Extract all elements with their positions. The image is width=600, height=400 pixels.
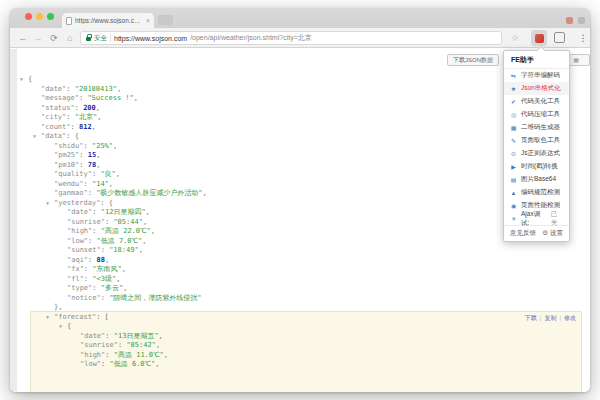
code-lint-icon: ▲ — [510, 190, 517, 196]
home-icon[interactable]: ⌂ — [63, 31, 77, 45]
forward-icon[interactable]: → — [31, 31, 45, 45]
menu-item-color-picker[interactable]: ✎页面取色工具 — [504, 134, 569, 147]
menu-item-status: 已关 — [551, 210, 563, 228]
json-line: "fx": "东南风", — [10, 265, 590, 275]
menu-item-qrcode-generator[interactable]: ▦二维码生成器 — [504, 121, 569, 134]
browser-window: https://www.sojson.com/open × ← → ⟳ ⌂ 安全… — [10, 8, 590, 392]
collapse-arrow-icon[interactable]: ▼ — [46, 313, 49, 323]
tab-strip: https://www.sojson.com/open × — [10, 8, 590, 28]
menu-item-ajax-debug[interactable]: ✳Ajax调试:已关 — [504, 212, 569, 225]
menu-item-label: Js正则表达式 — [521, 149, 560, 158]
json-line: "high": "高温 11.0℃", — [10, 351, 590, 361]
qrcode-generator-icon: ▦ — [510, 124, 517, 131]
string-codec-icon: ⇆ — [510, 72, 517, 79]
gear-icon: ⚙ — [542, 229, 548, 236]
close-window-button[interactable] — [25, 13, 32, 20]
js-regex-icon: ⊙ — [510, 150, 517, 157]
collapse-arrow-icon[interactable]: ▼ — [20, 75, 23, 85]
menu-item-image-base64[interactable]: ▤图片Base64 — [504, 173, 569, 186]
json-line: "notice": "阴晴之间，谨防紫外线侵扰" — [10, 294, 590, 304]
menu-item-timestamp-convert[interactable]: ▶时间(戳)转换 — [504, 160, 569, 173]
back-icon[interactable]: ← — [16, 31, 30, 45]
json-line: "sunset": "18:49", — [10, 246, 590, 256]
menu-item-label: Ajax调试: — [521, 210, 547, 228]
color-picker-icon: ✎ — [510, 137, 517, 144]
minimize-window-button[interactable] — [36, 13, 43, 20]
json-line: ▼{ — [10, 322, 590, 332]
zoom-window-button[interactable] — [47, 13, 54, 20]
url-host: https://www.sojson.com — [114, 35, 187, 42]
tabstrip-red-icon — [566, 17, 573, 24]
json-line: "sunrise": "05:42", — [10, 341, 590, 351]
tab-title: https://www.sojson.com/open — [75, 17, 143, 24]
bookmark-star-icon[interactable]: ☆ — [508, 31, 522, 45]
json-line: "date": "13日星期五", — [10, 332, 590, 342]
code-beautify-icon: ✔ — [510, 98, 517, 105]
security-label: 安全 — [94, 34, 107, 43]
menu-item-label: 图片Base64 — [521, 175, 556, 184]
fe-helper-popup: FE助手 ⇆字符串编解码★Json串格式化✔代码美化工具◎代码压缩工具▦二维码生… — [503, 50, 570, 242]
settings-link[interactable]: ⚙设置 — [542, 229, 563, 238]
json-line: }, — [10, 303, 590, 313]
tabstrip-gray-icon — [578, 17, 585, 24]
collapse-arrow-icon[interactable]: ▼ — [46, 199, 49, 209]
menu-item-string-codec[interactable]: ⇆字符串编解码 — [504, 69, 569, 82]
page-performance-icon: ◉ — [510, 202, 517, 209]
extension-icon[interactable] — [554, 32, 565, 43]
menu-item-code-lint[interactable]: ▲编码规范检测 — [504, 186, 569, 199]
json-line: "type": "多云", — [10, 284, 590, 294]
json-line: ▼"forecast": [ — [10, 313, 590, 323]
feedback-link[interactable]: 意见反馈 — [510, 229, 536, 238]
image-base64-icon: ▤ — [510, 176, 517, 183]
popup-title: FE助手 — [504, 51, 569, 69]
url-divider — [110, 34, 111, 42]
lock-icon — [86, 37, 91, 41]
json-line: "low": "低温 6.0℃", — [10, 360, 590, 370]
ajax-debug-icon: ✳ — [510, 215, 517, 222]
menu-item-label: Json串格式化 — [521, 84, 561, 93]
json-format-icon: ★ — [510, 85, 517, 92]
menu-item-label: 代码美化工具 — [521, 97, 560, 106]
browser-menu-icon[interactable]: ⋮ — [578, 31, 588, 45]
menu-item-label: 编码规范检测 — [521, 188, 560, 197]
code-compress-icon: ◎ — [510, 111, 517, 118]
menu-item-label: 时间(戳)转换 — [521, 162, 558, 171]
menu-item-label: 页面取色工具 — [521, 136, 560, 145]
browser-tab[interactable]: https://www.sojson.com/open × — [62, 13, 154, 28]
collapse-arrow-icon[interactable]: ▼ — [33, 132, 36, 142]
url-path: /open/api/weather/json.shtml?city=北京 — [190, 33, 312, 43]
fe-helper-logo — [535, 34, 544, 43]
browser-toolbar: ← → ⟳ ⌂ 安全 https://www.sojson.com /open/… — [10, 28, 590, 48]
page-favicon-icon — [66, 17, 72, 25]
tab-close-icon[interactable]: × — [146, 17, 150, 24]
json-line: "aqi": 88, — [10, 256, 590, 266]
address-bar[interactable]: 安全 https://www.sojson.com /open/api/weat… — [80, 31, 502, 45]
new-tab-button[interactable] — [158, 15, 173, 25]
fe-helper-extension-icon[interactable] — [531, 30, 547, 46]
menu-item-code-compress[interactable]: ◎代码压缩工具 — [504, 108, 569, 121]
menu-item-label: 字符串编解码 — [521, 71, 560, 80]
json-line: "fl": "<3级", — [10, 275, 590, 285]
menu-item-json-format[interactable]: ★Json串格式化 — [504, 82, 569, 95]
timestamp-convert-icon: ▶ — [510, 163, 517, 170]
menu-item-code-beautify[interactable]: ✔代码美化工具 — [504, 95, 569, 108]
menu-item-label: 代码压缩工具 — [521, 110, 560, 119]
reload-icon[interactable]: ⟳ — [47, 31, 61, 45]
collapse-arrow-icon[interactable]: ▼ — [59, 322, 62, 332]
download-json-button[interactable]: 下载JSON数据 — [447, 54, 499, 66]
menu-item-label: 二维码生成器 — [521, 123, 560, 132]
menu-item-js-regex[interactable]: ⊙Js正则表达式 — [504, 147, 569, 160]
